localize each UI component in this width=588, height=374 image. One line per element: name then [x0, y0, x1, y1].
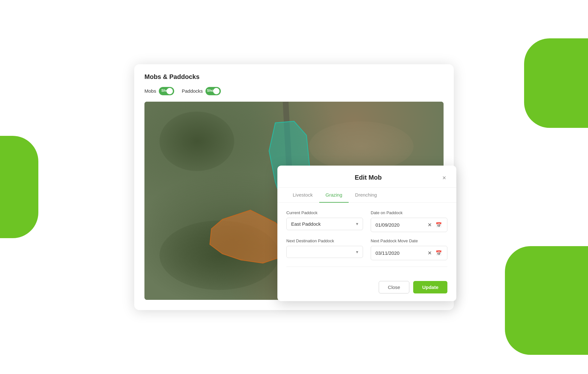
- card-title: Mobs & Paddocks: [144, 73, 444, 81]
- mobs-label: Mobs: [144, 88, 156, 94]
- toggle-row: Mobs Show Paddocks Show: [144, 87, 444, 95]
- update-button[interactable]: Update: [413, 281, 447, 293]
- date-on-paddock-calendar[interactable]: 📅: [435, 221, 443, 229]
- paddocks-label: Paddocks: [182, 88, 203, 94]
- paddocks-toggle-group: Paddocks Show: [182, 87, 221, 95]
- paddocks-show-label: Show: [207, 89, 216, 92]
- next-move-date-value: 03/11/2020: [375, 250, 399, 256]
- current-paddock-select[interactable]: East Paddock ▾: [286, 218, 363, 230]
- next-move-date-calendar[interactable]: 📅: [435, 249, 443, 257]
- map-dialog-wrapper: 24 🐑 82 🐑 Edit Mob: [144, 102, 444, 300]
- date-on-paddock-input[interactable]: 01/09/2020 ✕ 📅: [371, 218, 447, 232]
- close-button[interactable]: Close: [379, 281, 409, 293]
- mobs-toggle[interactable]: Show: [159, 87, 174, 95]
- dialog-body: Current Paddock East Paddock ▾ Date on P…: [277, 203, 456, 281]
- dialog-close-button[interactable]: ×: [441, 173, 447, 182]
- mobs-toggle-track[interactable]: Show: [159, 87, 174, 95]
- current-paddock-field: Current Paddock East Paddock ▾: [286, 210, 363, 232]
- blob-right-top: [524, 38, 588, 128]
- tab-grazing[interactable]: Grazing: [319, 188, 349, 203]
- date-on-paddock-field: Date on Paddock 01/09/2020 ✕ 📅: [371, 210, 447, 232]
- next-move-date-clear[interactable]: ✕: [427, 249, 432, 257]
- next-destination-select[interactable]: ▾: [286, 246, 363, 258]
- dialog-row-1: Current Paddock East Paddock ▾ Date on P…: [286, 210, 447, 232]
- dialog-divider: [286, 267, 447, 267]
- dialog-header: Edit Mob ×: [277, 166, 456, 188]
- date-on-paddock-actions: ✕ 📅: [427, 221, 443, 229]
- next-move-date-actions: ✕ 📅: [427, 249, 443, 257]
- date-on-paddock-clear[interactable]: ✕: [427, 221, 432, 229]
- next-move-date-input[interactable]: 03/11/2020 ✕ 📅: [371, 246, 447, 260]
- mobs-show-label: Show: [161, 89, 171, 92]
- next-destination-field: Next Destination Paddock ▾: [286, 238, 363, 260]
- current-paddock-value: East Paddock: [291, 221, 321, 227]
- dialog-title: Edit Mob: [295, 174, 441, 181]
- next-move-date-field: Next Paddock Move Date 03/11/2020 ✕ 📅: [371, 238, 447, 260]
- blob-left: [0, 136, 38, 238]
- mobs-toggle-group: Mobs Show: [144, 87, 174, 95]
- dialog-tabs: Livestock Grazing Drenching: [277, 188, 456, 203]
- next-move-date-label: Next Paddock Move Date: [371, 238, 447, 243]
- paddocks-toggle-track[interactable]: Show: [205, 87, 221, 95]
- tab-livestock[interactable]: Livestock: [286, 188, 319, 203]
- current-paddock-chevron: ▾: [356, 221, 358, 226]
- next-destination-chevron: ▾: [356, 249, 358, 254]
- edit-mob-dialog: Edit Mob × Livestock Grazing Drenching C…: [277, 166, 456, 301]
- date-on-paddock-value: 01/09/2020: [375, 222, 399, 228]
- dialog-footer: Close Update: [277, 281, 456, 301]
- blob-right-bottom: [505, 246, 588, 355]
- dialog-overlay: Edit Mob × Livestock Grazing Drenching C…: [277, 166, 456, 301]
- next-destination-label: Next Destination Paddock: [286, 238, 363, 243]
- date-on-paddock-label: Date on Paddock: [371, 210, 447, 215]
- main-card: Mobs & Paddocks Mobs Show Paddocks Show: [134, 64, 454, 310]
- tab-drenching[interactable]: Drenching: [349, 188, 383, 203]
- dialog-row-2: Next Destination Paddock ▾ Next Paddock …: [286, 238, 447, 260]
- paddocks-toggle[interactable]: Show: [205, 87, 221, 95]
- current-paddock-label: Current Paddock: [286, 210, 363, 215]
